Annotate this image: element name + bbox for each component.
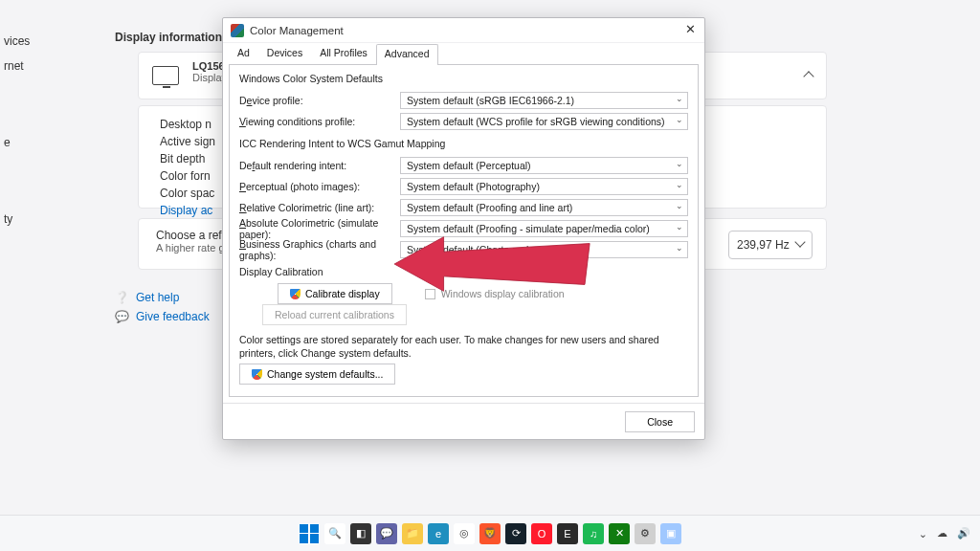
system-defaults-note: Color settings are stored separately for… <box>239 333 688 360</box>
feedback-icon: 💬 <box>115 310 128 323</box>
dialog-title: Color Management <box>250 25 344 36</box>
taskbar-app-spotify[interactable]: ♫ <box>583 523 604 544</box>
absolute-colorimetric-select[interactable]: System default (Proofing - simulate pape… <box>400 220 688 237</box>
tab-advanced[interactable]: Advanced <box>376 44 438 65</box>
absolute-colorimetric-value: System default (Proofing - simulate pape… <box>407 223 650 234</box>
refresh-rate-value: 239,97 Hz <box>737 238 790 252</box>
help-icon: ❔ <box>115 291 128 304</box>
device-profile-label: Device profile: <box>239 95 392 106</box>
tray-overflow-icon[interactable]: ⌃ <box>919 527 927 540</box>
taskbar-app-brave[interactable]: 🦁 <box>479 523 501 544</box>
checkbox-icon <box>425 289 435 299</box>
tab-hidden-left[interactable]: Ad <box>229 43 258 64</box>
windows-calibration-label: Windows display calibration <box>441 288 565 299</box>
sidebar-item-storage[interactable]: e <box>0 130 53 155</box>
system-tray[interactable]: ⌃ ☁ 🔊 <box>919 515 970 551</box>
device-profile-select[interactable]: System default (sRGB IEC61966-2.1) ⌄ <box>400 92 688 109</box>
taskbar-app-chrome[interactable]: ◎ <box>454 523 475 544</box>
perceptual-label: Perceptual (photo images): <box>239 181 392 192</box>
absolute-colorimetric-label: Absolute Colorimetric (simulate paper): <box>239 217 392 240</box>
help-links: ❔ Get help 💬 Give feedback <box>115 285 210 323</box>
chevron-down-icon: ⌄ <box>676 115 683 124</box>
section-display-calibration: Display Calibration <box>239 266 688 277</box>
taskbar-app-chat[interactable]: 💬 <box>376 523 397 544</box>
business-graphics-label: Business Graphics (charts and graphs): <box>239 238 392 261</box>
taskbar-app-xbox[interactable]: ✕ <box>609 523 630 544</box>
taskbar-app-search[interactable]: 🔍 <box>324 523 345 544</box>
dialog-tabs: Ad Devices All Profiles Advanced <box>223 43 704 64</box>
shield-icon <box>290 289 301 299</box>
taskbar-apps: 🔍◧💬📁e◎🦁⟳OE♫✕⚙▣ <box>299 523 681 544</box>
monitor-icon <box>152 66 179 85</box>
color-management-icon <box>231 24 244 37</box>
chevron-up-icon <box>805 70 813 82</box>
chevron-down-icon <box>796 238 804 252</box>
taskbar-app-edge[interactable]: e <box>428 523 449 544</box>
perceptual-value: System default (Photography) <box>407 181 540 192</box>
chevron-down-icon: ⌄ <box>676 94 683 103</box>
windows-logo-icon <box>300 524 319 543</box>
default-rendering-value: System default (Perceptual) <box>407 160 531 171</box>
section-icc-mapping: ICC Rendering Intent to WCS Gamut Mappin… <box>239 138 688 149</box>
change-system-defaults-button[interactable]: Change system defaults... <box>239 364 395 385</box>
relative-colorimetric-value: System default (Proofing and line art) <box>407 202 572 213</box>
windows-calibration-checkbox: Windows display calibration <box>425 288 565 299</box>
get-help-label: Get help <box>136 291 179 304</box>
taskbar-app-start[interactable] <box>299 523 320 544</box>
taskbar-app-epic[interactable]: E <box>557 523 578 544</box>
default-rendering-select[interactable]: System default (Perceptual)⌄ <box>400 157 688 174</box>
tab-devices[interactable]: Devices <box>258 43 311 64</box>
settings-sidebar: vices rnet e ty <box>0 0 53 551</box>
business-graphics-value: System default (Charts and <box>407 244 528 255</box>
sidebar-item-devices[interactable]: vices <box>0 29 53 54</box>
viewing-conditions-value: System default (WCS profile for sRGB vie… <box>407 116 665 127</box>
taskbar-app-colormgmt[interactable]: ▣ <box>660 523 681 544</box>
chevron-down-icon: ⌄ <box>676 180 683 189</box>
give-feedback-link[interactable]: 💬 Give feedback <box>115 310 210 323</box>
calibrate-display-button[interactable]: Calibrate display <box>278 283 392 304</box>
chevron-down-icon: ⌄ <box>676 201 683 210</box>
chevron-down-icon: ⌄ <box>676 243 683 253</box>
chevron-down-icon: ⌄ <box>676 222 683 231</box>
taskbar-app-settings[interactable]: ⚙ <box>635 523 656 544</box>
volume-icon[interactable]: 🔊 <box>957 527 970 540</box>
business-graphics-select[interactable]: System default (Charts and⌄ <box>400 241 688 258</box>
relative-colorimetric-label: Relative Colorimetric (line art): <box>239 202 392 213</box>
taskbar-app-steam[interactable]: ⟳ <box>505 523 526 544</box>
device-profile-value: System default (sRGB IEC61966-2.1) <box>407 95 574 106</box>
taskbar-app-taskview[interactable]: ◧ <box>350 523 371 544</box>
close-button[interactable]: Close <box>625 411 695 432</box>
refresh-rate-select[interactable]: 239,97 Hz <box>728 231 813 259</box>
dialog-footer: Close <box>223 403 704 439</box>
default-rendering-label: Default rendering intent: <box>239 160 392 171</box>
viewing-conditions-label: Viewing conditions profile: <box>239 116 392 127</box>
tab-all-profiles[interactable]: All Profiles <box>311 43 376 64</box>
perceptual-select[interactable]: System default (Photography)⌄ <box>400 178 688 195</box>
dialog-titlebar[interactable]: Color Management ✕ <box>223 18 704 43</box>
advanced-pane: Windows Color System Defaults Device pro… <box>229 64 699 397</box>
close-icon[interactable]: ✕ <box>681 22 699 39</box>
taskbar: 🔍◧💬📁e◎🦁⟳OE♫✕⚙▣ ⌃ ☁ 🔊 <box>0 515 980 551</box>
taskbar-app-explorer[interactable]: 📁 <box>402 523 423 544</box>
sidebar-item-internet[interactable]: rnet <box>0 54 53 78</box>
reload-calibrations-button: Reload current calibrations <box>262 304 407 325</box>
taskbar-app-opera[interactable]: O <box>531 523 552 544</box>
viewing-conditions-select[interactable]: System default (WCS profile for sRGB vie… <box>400 113 688 130</box>
section-wcs-defaults: Windows Color System Defaults <box>239 73 688 84</box>
give-feedback-label: Give feedback <box>136 310 210 323</box>
relative-colorimetric-select[interactable]: System default (Proofing and line art)⌄ <box>400 199 688 216</box>
sidebar-item-activity[interactable]: ty <box>0 207 53 231</box>
color-management-dialog: Color Management ✕ Ad Devices All Profil… <box>222 17 705 440</box>
cloud-icon[interactable]: ☁ <box>937 527 947 540</box>
get-help-link[interactable]: ❔ Get help <box>115 291 210 304</box>
shield-icon <box>252 369 262 380</box>
chevron-down-icon: ⌄ <box>676 159 683 168</box>
display-info-heading: Display information <box>115 31 222 44</box>
